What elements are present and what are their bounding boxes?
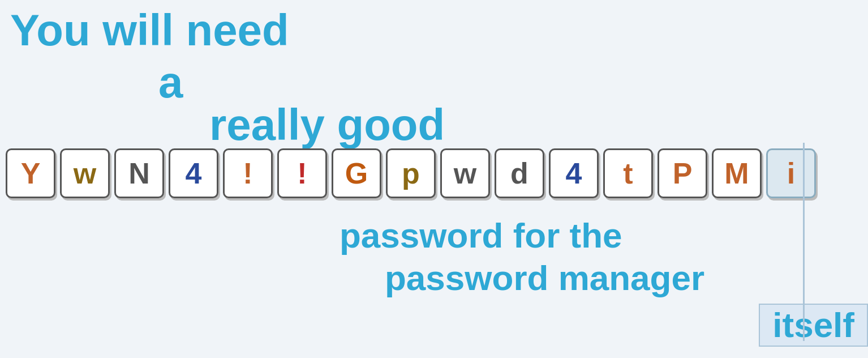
key-10: 4 — [549, 148, 599, 198]
key-12: P — [658, 148, 707, 198]
text-itself: itself — [759, 304, 868, 347]
headline-line1: You will need — [10, 5, 289, 56]
text-you-will-need: You will need — [10, 5, 289, 55]
headline-line3: really good — [209, 99, 445, 151]
key-5: ! — [277, 148, 327, 198]
main-container: You will need a really good YwN4!!Gpwd4t… — [0, 0, 868, 358]
key-13: M — [712, 148, 762, 198]
key-9: d — [495, 148, 544, 198]
text-password-manager: password manager — [385, 258, 704, 298]
text-really-good: really good — [209, 100, 445, 150]
key-6: G — [332, 148, 381, 198]
key-2: N — [114, 148, 164, 198]
keys-row: YwN4!!Gpwd4tPMi — [6, 148, 816, 198]
key-11: t — [603, 148, 653, 198]
key-7: p — [386, 148, 436, 198]
key-1: w — [60, 148, 110, 198]
key-0: Y — [6, 148, 55, 198]
key-14: i — [766, 148, 816, 198]
vertical-divider — [803, 143, 805, 341]
headline-line2: a — [158, 57, 183, 108]
key-8: w — [440, 148, 490, 198]
text-a: a — [158, 57, 183, 107]
key-4: ! — [223, 148, 273, 198]
text-password-for: password for the — [340, 215, 622, 255]
key-3: 4 — [169, 148, 218, 198]
